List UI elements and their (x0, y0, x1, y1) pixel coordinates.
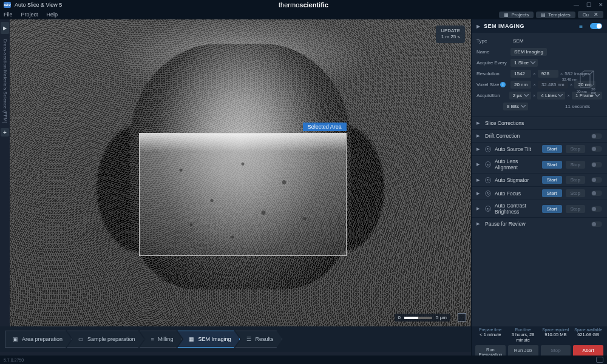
prepare-time-label: Prepare time (475, 328, 506, 332)
stigmator-toggle[interactable] (591, 177, 602, 183)
acquisition-label: Acquisition (476, 93, 509, 98)
voxel-label: Voxel Sizei (476, 82, 510, 87)
section-drift-correction[interactable]: Drift Correction (485, 133, 585, 139)
collapse-panel-icon[interactable]: ▶ (476, 24, 480, 29)
stop-button[interactable]: Stop (566, 161, 585, 169)
voxel-x-field[interactable]: 20 nm (510, 81, 531, 89)
run-time-value: 3 hours, 28 minute (508, 332, 538, 343)
menu-project[interactable]: Project (21, 12, 38, 18)
name-field[interactable]: SEM Imaging (510, 48, 547, 56)
chevron-right-icon[interactable]: ▶ (476, 162, 481, 167)
source-tilt-toggle[interactable] (591, 146, 602, 152)
close-template-icon[interactable]: ✕ (594, 12, 599, 18)
chevron-right-icon[interactable]: ▶ (476, 178, 481, 183)
pause-toggle[interactable] (591, 221, 602, 227)
chevron-right-icon[interactable]: ▶ (476, 206, 481, 211)
section-lens-alignment[interactable]: Auto Lens Alignment (495, 158, 538, 170)
refresh-icon[interactable]: ↻ (485, 177, 491, 183)
title-bar: a&v Auto Slice & View 5 thermoscientific… (0, 0, 607, 10)
close-icon[interactable]: ✕ (599, 2, 603, 8)
start-button[interactable]: Start (542, 176, 562, 184)
add-project-button[interactable]: + (1, 128, 9, 136)
space-available-label: Space available (573, 328, 603, 332)
update-badge: UPDATE 1 m 25 s (436, 25, 465, 43)
stop-button[interactable]: Stop (566, 176, 585, 184)
resolution-label: Resolution (476, 71, 510, 76)
lines-select[interactable]: 4 Lines (537, 92, 565, 99)
selection-label: Selected Area (303, 123, 347, 131)
lens-toggle[interactable] (591, 162, 602, 167)
contrast-toggle[interactable] (591, 206, 602, 212)
section-contrast-brightness[interactable]: Auto Contrast Brightness (495, 203, 538, 215)
menu-file[interactable]: File (4, 12, 13, 18)
voxel-cube-diagram: 32.48 nm 20 nm 20 nm (574, 69, 599, 93)
step-results[interactable]: ☰Results (235, 331, 282, 348)
area-prep-icon: ▣ (13, 336, 18, 342)
sem-imaging-icon: ▦ (189, 336, 194, 342)
bits-select[interactable]: 8 Bits (503, 103, 528, 110)
start-button[interactable]: Start (542, 189, 562, 197)
brand-logo: thermoscientific (279, 1, 328, 8)
section-slice-corrections[interactable]: Slice Corrections (485, 120, 602, 126)
sample-prep-icon: ▭ (78, 336, 84, 342)
space-required-value: 910.05 MB (541, 332, 571, 337)
resolution-height-field[interactable]: 928 (538, 70, 558, 78)
acquire-every-label: Acquire Every (476, 60, 510, 66)
refresh-icon[interactable]: ↻ (485, 206, 491, 212)
properties-panel: ▶ SEM IMAGING ≡ 32.48 nm 20 nm 20 nm Typ… (471, 19, 607, 326)
refresh-icon[interactable]: ↻ (485, 190, 491, 197)
section-source-tilt[interactable]: Auto Source Tilt (495, 146, 538, 152)
app-icon: a&v (4, 2, 11, 8)
menu-help[interactable]: Help (47, 12, 58, 18)
acquire-every-select[interactable]: 1 Slice (510, 59, 538, 67)
chat-icon[interactable] (596, 357, 603, 363)
stop-button[interactable]: Stop (566, 205, 585, 213)
voxel-y-field[interactable]: 32.485 nm (538, 81, 568, 89)
chevron-right-icon[interactable]: ▶ (476, 221, 481, 226)
section-auto-focus[interactable]: Auto Focus (495, 190, 538, 197)
step-sample-preparation[interactable]: ▭Sample preparation (67, 331, 144, 348)
step-sem-imaging[interactable]: ▦SEM Imaging (177, 331, 240, 348)
stop-button[interactable]: Stop (566, 189, 585, 197)
name-label: Name (476, 49, 510, 55)
current-template-pill[interactable]: Cu✕ (578, 11, 603, 18)
maximize-icon[interactable]: ☐ (586, 2, 591, 8)
start-button[interactable]: Start (542, 145, 562, 153)
refresh-icon[interactable]: ↻ (485, 161, 491, 167)
refresh-icon[interactable]: ↻ (485, 146, 491, 152)
focus-toggle[interactable] (591, 190, 602, 196)
panel-title: SEM IMAGING (484, 23, 524, 29)
panel-menu-icon[interactable]: ≡ (579, 23, 583, 30)
step-milling[interactable]: ≡Milling (140, 331, 183, 348)
chevron-right-icon[interactable]: ▶ (476, 147, 481, 152)
stop-button[interactable]: Stop (566, 145, 585, 153)
rail-project-label[interactable]: Cross-section Materials Science (FFM) (3, 39, 7, 123)
space-available-value: 621.68 GB (573, 332, 603, 337)
start-button[interactable]: Start (542, 205, 562, 213)
panel-enable-toggle[interactable] (590, 23, 602, 29)
drift-toggle[interactable] (591, 133, 602, 139)
sem-viewport[interactable]: Selected Area UPDATE 1 m 25 s 05 µm (10, 19, 471, 326)
space-required-label: Space required (541, 328, 571, 332)
start-button[interactable]: Start (542, 161, 562, 169)
minimize-icon[interactable]: — (574, 2, 579, 8)
scale-bar: 05 µm (395, 314, 450, 322)
app-title: Auto Slice & View 5 (15, 2, 62, 8)
selected-area[interactable]: Selected Area (139, 133, 347, 255)
dwell-select[interactable]: 2 µs (509, 92, 531, 99)
chevron-right-icon[interactable]: ▶ (476, 133, 481, 138)
step-area-preparation[interactable]: ▣Area preparation (5, 331, 72, 348)
expand-rail-button[interactable]: ▶ (1, 22, 9, 34)
projects-pill[interactable]: ▦ Projects (499, 12, 534, 18)
section-pause-review[interactable]: Pause for Review (485, 221, 585, 227)
templates-pill[interactable]: ▤ Templates (536, 12, 575, 18)
chevron-right-icon[interactable]: ▶ (476, 121, 481, 126)
run-time-label: Run time (508, 328, 538, 332)
resolution-width-field[interactable]: 1542 (510, 70, 531, 78)
info-icon[interactable]: i (500, 82, 506, 87)
section-stigmator[interactable]: Auto Stigmator (495, 177, 538, 183)
fullscreen-icon[interactable] (458, 313, 466, 322)
chevron-right-icon[interactable]: ▶ (476, 191, 481, 196)
milling-icon: ≡ (151, 336, 154, 342)
menu-bar: File Project Help ▦ Projects ▤ Templates… (0, 10, 607, 19)
